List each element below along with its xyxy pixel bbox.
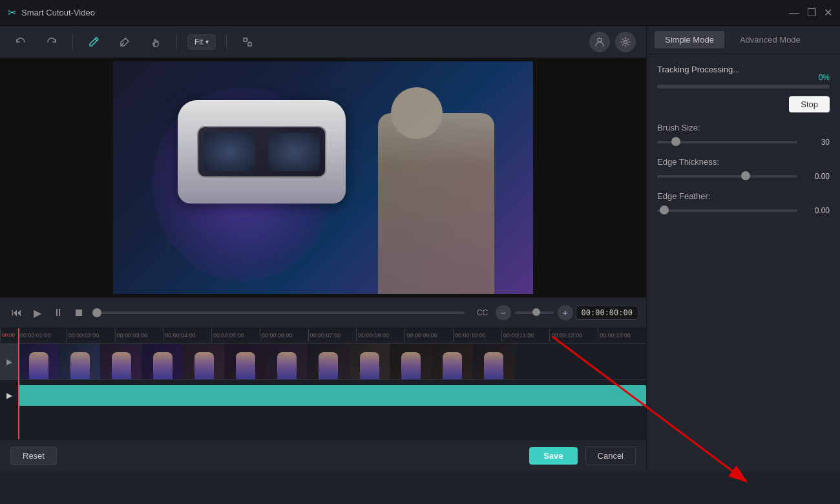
zoom-out-button[interactable]: − xyxy=(496,305,511,320)
eraser-tool-button[interactable] xyxy=(114,32,135,52)
settings-icon-button[interactable] xyxy=(615,32,636,52)
ruler-mark-2: 00:00:02:00 xyxy=(67,328,115,342)
caption-button[interactable]: CC xyxy=(474,304,492,322)
timeline-ruler: 00:00 00:00:01:00 00:00:02:00 00:00:03:0… xyxy=(0,328,646,344)
toolbar-right-icons xyxy=(589,32,636,52)
simple-mode-tab[interactable]: Simple Mode xyxy=(655,31,724,48)
track-expand-button[interactable]: ▶ xyxy=(0,383,18,408)
brush-size-section: Brush Size: 30 xyxy=(657,123,830,147)
background-person xyxy=(378,113,494,294)
video-strip: ▶ xyxy=(0,344,646,380)
brush-size-slider-thumb[interactable] xyxy=(671,137,680,146)
svg-rect-2 xyxy=(244,38,247,41)
advanced-mode-tab[interactable]: Advanced Mode xyxy=(730,31,811,48)
pause-button[interactable]: ⏸ xyxy=(49,304,67,322)
brush-size-label: Brush Size: xyxy=(657,123,830,132)
tracking-progress-bar xyxy=(657,85,830,89)
title-bar: ✂ Smart Cutout-Video — ❐ ✕ xyxy=(0,0,840,26)
tracking-section: Tracking Processing... 0% Stop xyxy=(657,65,830,112)
track-strip: ▶ xyxy=(0,383,646,408)
redo-button[interactable] xyxy=(41,32,62,52)
editor-area: Fit ▾ xyxy=(0,26,646,472)
track-bar[interactable] xyxy=(18,385,646,406)
video-frame xyxy=(113,61,533,294)
edge-thickness-section: Edge Thickness: 0.00 xyxy=(657,157,830,181)
stop-button[interactable]: Stop xyxy=(789,96,830,112)
tracking-bar-wrapper: 0% xyxy=(657,85,830,89)
brush-size-value: 30 xyxy=(804,138,830,147)
ruler-mark-8: 00:00:08:00 xyxy=(356,328,404,342)
svg-point-6 xyxy=(598,38,602,42)
zoom-slider[interactable] xyxy=(515,311,554,314)
toolbar: Fit ▾ xyxy=(0,26,646,58)
brush-size-slider-track[interactable] xyxy=(657,141,797,143)
toolbar-separator-3 xyxy=(226,34,227,50)
video-thumb-5 xyxy=(184,344,225,379)
ruler-marks: 00:00 00:00:01:00 00:00:02:00 00:00:03:0… xyxy=(0,328,646,343)
maximize-button[interactable]: ❐ xyxy=(807,6,816,19)
ruler-mark-3: 00:00:03:00 xyxy=(115,328,163,342)
edge-thickness-slider-track[interactable] xyxy=(657,175,797,178)
close-button[interactable]: ✕ xyxy=(824,6,832,19)
undo-button[interactable] xyxy=(10,32,31,52)
hand-tool-button[interactable] xyxy=(145,32,166,52)
ruler-mark-12: 00:00:12:00 xyxy=(549,328,598,342)
pencil-tool-button[interactable] xyxy=(83,32,104,52)
bottom-bar: Reset Save Cancel xyxy=(0,439,646,472)
right-panel: Simple Mode Advanced Mode Tracking Proce… xyxy=(646,26,840,472)
svg-rect-3 xyxy=(248,43,251,46)
edge-feather-slider-thumb[interactable] xyxy=(660,205,669,215)
tracking-percent: 0% xyxy=(819,73,830,82)
svg-point-7 xyxy=(624,40,627,43)
vr-lens xyxy=(197,126,326,178)
video-thumb-9 xyxy=(349,344,390,379)
playback-thumb[interactable] xyxy=(92,308,101,317)
video-thumb-7 xyxy=(266,344,308,379)
edge-feather-slider-track[interactable] xyxy=(657,209,797,212)
app-icon: ✂ xyxy=(8,6,16,19)
video-thumb-2 xyxy=(59,344,101,379)
edge-feather-value: 0.00 xyxy=(804,206,830,215)
edge-thickness-slider-row: 0.00 xyxy=(657,172,830,181)
play-button[interactable]: ▶ xyxy=(28,304,47,322)
video-thumb-6 xyxy=(225,344,266,379)
timeline-section: 00:00 00:00:01:00 00:00:02:00 00:00:03:0… xyxy=(0,328,646,439)
toolbar-separator-2 xyxy=(176,34,177,50)
reset-button[interactable]: Reset xyxy=(10,446,57,465)
zoom-thumb[interactable] xyxy=(532,308,540,316)
tracking-label: Tracking Processing... xyxy=(657,65,830,74)
minimize-button[interactable]: — xyxy=(789,7,799,19)
mode-tabs: Simple Mode Advanced Mode xyxy=(647,26,840,54)
go-to-start-button[interactable]: ⏮ xyxy=(8,304,26,322)
cancel-button[interactable]: Cancel xyxy=(585,446,636,465)
ruler-mark-6: 00:00:06:00 xyxy=(260,328,308,342)
video-thumb-11 xyxy=(432,344,473,379)
zoom-in-button[interactable]: + xyxy=(558,305,573,320)
video-thumb-1 xyxy=(18,344,59,379)
ruler-mark-4: 00:00:04:00 xyxy=(163,328,211,342)
edge-thickness-label: Edge Thickness: xyxy=(657,157,830,167)
fit-dropdown-button[interactable]: Fit ▾ xyxy=(187,34,216,50)
playback-progress-bar[interactable] xyxy=(97,311,465,314)
video-preview xyxy=(0,58,646,297)
svg-line-0 xyxy=(95,39,97,41)
video-strip-play-btn[interactable]: ▶ xyxy=(0,344,18,379)
time-display: 00:00:00:00 xyxy=(576,306,638,320)
edge-feather-slider-row: 0.00 xyxy=(657,206,830,215)
stop-button-playback[interactable]: ⏹ xyxy=(70,304,88,322)
ruler-mark-10: 00:00:10:00 xyxy=(453,328,501,342)
toolbar-separator-1 xyxy=(72,34,73,50)
playback-slider[interactable] xyxy=(97,311,465,314)
person-icon-button[interactable] xyxy=(589,32,610,52)
ruler-mark-1: 00:00:01:00 xyxy=(18,328,67,342)
window-controls: — ❐ ✕ xyxy=(789,6,832,19)
playback-controls: ⏮ ▶ ⏸ ⏹ CC − + 00:00:00:00 xyxy=(0,297,646,328)
edge-feather-label: Edge Feather: xyxy=(657,191,830,201)
transform-button[interactable] xyxy=(237,32,258,52)
brush-size-slider-row: 30 xyxy=(657,138,830,147)
playhead-indicator xyxy=(18,328,19,343)
vr-headset xyxy=(178,100,346,204)
edge-thickness-slider-thumb[interactable] xyxy=(741,171,750,180)
save-button[interactable]: Save xyxy=(529,447,577,465)
ruler-mark-7: 00:00:07:00 xyxy=(308,328,357,342)
